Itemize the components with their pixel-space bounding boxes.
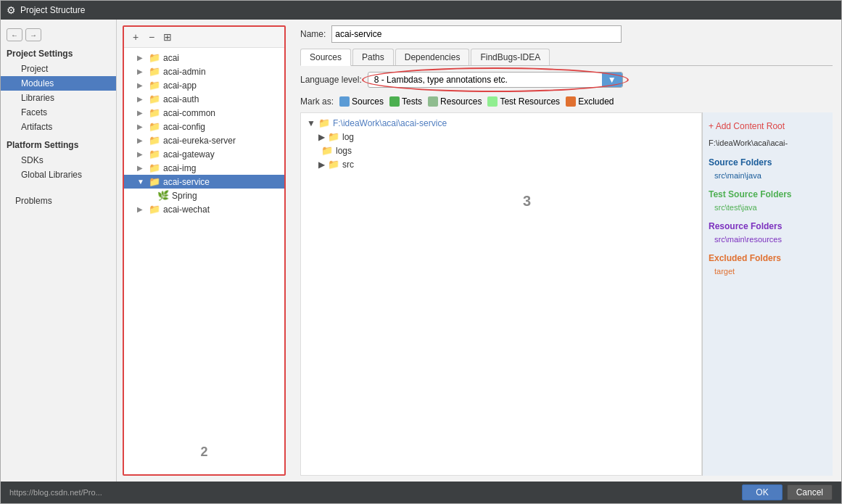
language-select-wrapper: 8 - Lambdas, type annotations etc. 7 - D… <box>368 72 623 88</box>
modules-toolbar: + − ⊞ <box>124 27 284 48</box>
content-area: ▼ 📁 F:\ideaWork\acai\acai-service ▶ 📁 lo… <box>300 112 833 476</box>
folder-icon: 📁 <box>149 204 160 215</box>
mark-as-excluded[interactable]: Excluded <box>566 96 614 107</box>
tree-item-spring[interactable]: 🌿 Spring <box>124 189 284 202</box>
bottom-buttons: OK Cancel <box>742 484 833 500</box>
arrow-icon: ▶ <box>137 95 146 103</box>
name-input[interactable] <box>331 25 622 43</box>
mark-as-tests-label: Tests <box>402 96 422 107</box>
sidebar-item-project[interactable]: Project <box>1 62 116 76</box>
remove-module-button[interactable]: − <box>144 30 159 44</box>
tree-item-acai-eureka-server[interactable]: ▶ 📁 acai-eureka-server <box>124 133 284 147</box>
nav-back-button[interactable]: ← <box>7 28 22 41</box>
title-bar: ⚙ Project Structure <box>1 1 841 20</box>
mark-as-tests[interactable]: Tests <box>389 96 422 107</box>
folder-icon: 📁 <box>328 159 339 170</box>
add-content-root-button[interactable]: + Add Content Root <box>709 118 827 134</box>
nav-forward-button[interactable]: → <box>25 28 41 41</box>
right-sidebar: + Add Content Root F:\ideaWork\acai\acai… <box>702 112 833 476</box>
content-root-tree: ▼ 📁 F:\ideaWork\acai\acai-service ▶ 📁 lo… <box>300 112 702 476</box>
sidebar-nav: ← → <box>1 25 116 46</box>
tab-dependencies[interactable]: Dependencies <box>395 49 470 65</box>
mark-as-excluded-label: Excluded <box>578 96 614 107</box>
name-row: Name: <box>300 25 833 43</box>
sidebar-item-libraries[interactable]: Libraries <box>1 91 116 105</box>
source-folders-path: src\main\java <box>709 170 827 181</box>
spring-icon: 🌿 <box>157 190 169 201</box>
mark-as-sources-label: Sources <box>352 96 384 107</box>
arrow-icon: ▶ <box>137 164 146 172</box>
folder-icon: 📁 <box>321 145 333 156</box>
tree-item-acai-auth[interactable]: ▶ 📁 acai-auth <box>124 92 284 106</box>
arrow-icon: ▶ <box>137 67 146 75</box>
content-tree-src[interactable]: ▶ 📁 src <box>304 157 698 171</box>
tests-color-dot <box>389 96 400 107</box>
test-source-folders-header: Test Source Folders <box>709 189 827 199</box>
tab-paths[interactable]: Paths <box>352 49 394 65</box>
bottom-url-text: https://blog.csdn.net/Pro... <box>9 488 102 497</box>
bottom-bar: https://blog.csdn.net/Pro... OK Cancel <box>1 482 841 503</box>
test-resources-color-dot <box>487 96 498 107</box>
arrow-icon: ▶ <box>137 81 146 89</box>
modules-panel: + − ⊞ ▶ 📁 acai ▶ 📁 acai-admin ▶ 📁 <box>123 25 286 476</box>
folder-icon: 📁 <box>149 80 160 91</box>
tab-sources[interactable]: Sources <box>300 49 351 66</box>
mark-as-label: Mark as: <box>300 96 334 107</box>
mark-as-resources-label: Resources <box>440 96 482 107</box>
tab-findbugs[interactable]: FindBugs-IDEA <box>471 49 550 65</box>
tree-item-acai-common[interactable]: ▶ 📁 acai-common <box>124 106 284 120</box>
sidebar-item-problems[interactable]: Problems <box>1 194 116 208</box>
folder-icon: 📁 <box>149 176 160 187</box>
arrow-icon: ▶ <box>137 109 146 117</box>
content-root-path: F:\ideaWork\acai\acai-service <box>333 118 447 128</box>
cancel-button[interactable]: Cancel <box>787 484 833 500</box>
tree-item-acai-config[interactable]: ▶ 📁 acai-config <box>124 120 284 133</box>
mark-as-sources[interactable]: Sources <box>339 96 384 107</box>
folder-icon: 📁 <box>149 66 160 77</box>
project-settings-header: Project Settings <box>1 46 116 62</box>
resources-color-dot <box>428 96 438 107</box>
project-structure-dialog: ⚙ Project Structure ← → Project Settings… <box>0 0 842 504</box>
arrow-icon: ▶ <box>137 123 146 131</box>
language-level-label: Language level: <box>300 75 362 85</box>
arrow-icon: ▶ <box>137 136 146 144</box>
copy-module-button[interactable]: ⊞ <box>160 30 175 44</box>
tree-item-acai-service[interactable]: ▼ 📁 acai-service <box>124 175 284 189</box>
source-folders-header: Source Folders <box>709 157 827 168</box>
arrow-icon: ▶ <box>318 132 325 142</box>
mark-as-test-resources-label: Test Resources <box>500 96 560 107</box>
tree-item-acai-admin[interactable]: ▶ 📁 acai-admin <box>124 65 284 78</box>
arrow-icon: ▼ <box>307 118 315 128</box>
dialog-icon: ⚙ <box>7 4 16 16</box>
sidebar-item-sdks[interactable]: SDKs <box>1 153 116 168</box>
tree-item-acai-img[interactable]: ▶ 📁 acai-img <box>124 161 284 175</box>
sidebar-item-modules[interactable]: Modules <box>1 76 116 91</box>
tree-item-acai-app[interactable]: ▶ 📁 acai-app <box>124 78 284 92</box>
sidebar-item-artifacts[interactable]: Artifacts <box>1 120 116 134</box>
content-root-item[interactable]: ▼ 📁 F:\ideaWork\acai\acai-service <box>304 116 698 130</box>
ok-button[interactable]: OK <box>742 484 782 500</box>
arrow-icon: ▶ <box>137 205 146 213</box>
sidebar-item-facets[interactable]: Facets <box>1 105 116 120</box>
add-module-button[interactable]: + <box>128 30 143 44</box>
modules-tree: ▶ 📁 acai ▶ 📁 acai-admin ▶ 📁 acai-app ▶ 📁 <box>124 48 284 430</box>
label-3: 3 <box>523 193 531 210</box>
folder-icon: 📁 <box>328 131 339 142</box>
content-tree-logs[interactable]: 📁 logs <box>304 144 698 157</box>
name-label: Name: <box>300 29 326 39</box>
mark-as-row: Mark as: Sources Tests Resources Test Re… <box>300 96 833 107</box>
content-root-folder-icon: 📁 <box>318 117 330 128</box>
language-level-container: 8 - Lambdas, type annotations etc. 7 - D… <box>368 72 623 88</box>
select-dropdown-arrow: ▼ <box>602 73 622 87</box>
mark-as-resources[interactable]: Resources <box>428 96 482 107</box>
language-level-select[interactable]: 8 - Lambdas, type annotations etc. 7 - D… <box>368 73 622 87</box>
content-tree-log[interactable]: ▶ 📁 log <box>304 130 698 144</box>
sidebar-item-global-libraries[interactable]: Global Libraries <box>1 168 116 182</box>
folder-icon: 📁 <box>149 135 160 146</box>
tree-item-acai-wechat[interactable]: ▶ 📁 acai-wechat <box>124 202 284 216</box>
platform-settings-header: Platform Settings <box>1 134 116 153</box>
mark-as-test-resources[interactable]: Test Resources <box>487 96 560 107</box>
tree-item-acai[interactable]: ▶ 📁 acai <box>124 51 284 65</box>
tree-item-acai-gateway[interactable]: ▶ 📁 acai-gateway <box>124 147 284 161</box>
arrow-icon: ▼ <box>137 178 146 186</box>
